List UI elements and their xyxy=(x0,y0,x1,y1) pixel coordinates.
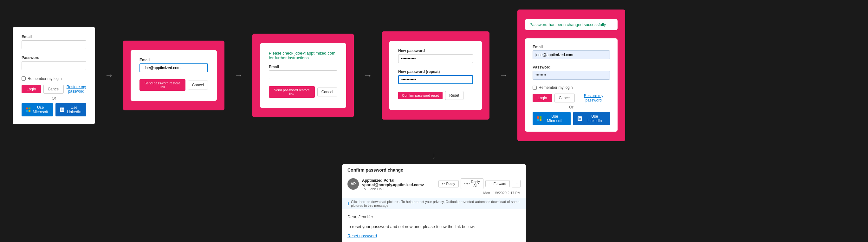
step2-panel: Email Send password restore link Cancel xyxy=(123,40,224,110)
step1-password-input[interactable] xyxy=(22,61,86,70)
step5-restore-link[interactable]: Restore my password xyxy=(577,94,610,102)
step4-repeat-password-input[interactable] xyxy=(398,75,473,84)
step3-send-button[interactable]: Send password restore link xyxy=(269,86,315,98)
step5-login-button[interactable]: Login xyxy=(533,94,552,102)
step3-email-input[interactable] xyxy=(269,70,337,79)
avatar: AP xyxy=(347,178,359,190)
bottom-section: ↓ Confirm password change AP Apptimized … xyxy=(0,151,868,242)
step2-email-input[interactable] xyxy=(140,63,208,72)
arrow-2: → xyxy=(224,70,252,81)
step5-password-label: Password xyxy=(533,65,610,69)
step1-microsoft-button[interactable]: Use Microsoft xyxy=(22,103,53,116)
step5-panel: Password has been changed successfully E… xyxy=(517,9,625,141)
top-flow-row: Email Password Remember my login Login C… xyxy=(0,0,868,151)
arrow-4: → xyxy=(490,70,517,81)
email-subject: Confirm password change xyxy=(342,164,526,175)
step5-login-card: Email Password Remember my login Login C… xyxy=(525,38,618,132)
reply-all-button[interactable]: ↩↩ Reply All xyxy=(461,178,484,189)
step4-card: New password New password (repeat) Confi… xyxy=(389,41,482,110)
email-meta: AP Apptimized Portal <portal@noreply.app… xyxy=(347,178,438,191)
reply-button[interactable]: ↩ Reply xyxy=(438,180,458,187)
email-body: Dear, Jennifer to reset your password an… xyxy=(342,209,526,242)
step4-repeat-password-label: New password (repeat) xyxy=(398,69,473,74)
step2-cancel-button[interactable]: Cancel xyxy=(188,81,208,89)
email-date: Mon 11/9/2020 2:17 PM xyxy=(484,191,521,195)
step1-password-label: Password xyxy=(22,56,86,60)
linkedin-icon-2: in xyxy=(578,116,582,121)
step1-or-divider: Or xyxy=(22,96,86,100)
more-actions-button[interactable]: ··· xyxy=(512,180,521,187)
email-warning: ℹ Click here to download pictures. To he… xyxy=(342,198,526,209)
step1-login-card: Email Password Remember my login Login C… xyxy=(13,27,95,124)
step3-cancel-button[interactable]: Cancel xyxy=(317,88,337,96)
step3-panel: Please check jdoe@apptimized.com for fur… xyxy=(252,34,354,117)
step5-cancel-button[interactable]: Cancel xyxy=(555,94,575,102)
step1-login-button[interactable]: Login xyxy=(22,85,41,93)
forward-button[interactable]: → Forward xyxy=(485,180,510,187)
step1-email-label: Email xyxy=(22,35,86,39)
email-card: Confirm password change AP Apptimized Po… xyxy=(342,164,526,242)
email-to-name: John Dou xyxy=(369,187,383,191)
step5-or-divider: Or xyxy=(533,105,610,110)
step2-email-label: Email xyxy=(140,58,208,62)
step5-email-label: Email xyxy=(533,45,610,49)
step5-remember-label: Remember my login xyxy=(538,85,572,90)
step2-card: Email Send password restore link Cancel xyxy=(131,50,217,101)
step1-email-input[interactable] xyxy=(22,40,86,49)
step5-email-input[interactable] xyxy=(533,51,610,59)
email-to: To John Dou xyxy=(362,187,438,191)
step5-success-banner: Password has been changed successfully xyxy=(525,19,618,30)
step5-microsoft-button[interactable]: Use Microsoft xyxy=(533,112,570,125)
step3-email-label: Email xyxy=(269,65,337,69)
step1-remember-checkbox[interactable] xyxy=(22,77,26,81)
email-sender-info: Apptimized Portal <portal@noreply.apptim… xyxy=(362,178,438,191)
step5-linkedin-button[interactable]: in Use LinkedIn xyxy=(573,112,610,125)
email-from: Apptimized Portal <portal@noreply.apptim… xyxy=(362,178,438,187)
email-actions: ↩ Reply ↩↩ Reply All → Forward ··· xyxy=(438,178,521,189)
step4-new-password-label: New password xyxy=(398,49,473,53)
forward-icon: → xyxy=(489,182,492,185)
step2-send-button[interactable]: Send password restore link xyxy=(140,79,185,91)
microsoft-icon xyxy=(26,108,30,112)
step5-password-input[interactable] xyxy=(533,71,610,80)
reply-all-icon: ↩↩ xyxy=(464,182,470,186)
down-arrow: ↓ xyxy=(432,151,436,161)
email-header: AP Apptimized Portal <portal@noreply.app… xyxy=(342,175,526,198)
step1-cancel-button[interactable]: Cancel xyxy=(43,85,63,94)
step4-confirm-button[interactable]: Confirm password reset xyxy=(398,92,442,99)
step4-new-password-input[interactable] xyxy=(398,54,473,63)
step1-remember-label: Remember my login xyxy=(28,77,62,81)
arrow-1: → xyxy=(95,70,123,81)
step3-success-note: Please check jdoe@apptimized.com for fur… xyxy=(269,51,337,60)
arrow-3: → xyxy=(354,70,382,81)
step1-restore-link[interactable]: Restore my password xyxy=(66,85,86,94)
email-greeting: Dear, Jennifer xyxy=(347,214,521,220)
email-body-text: to reset your password and set new one, … xyxy=(347,223,521,230)
step1-linkedin-button[interactable]: in Use LinkedIn xyxy=(56,103,86,116)
step5-remember-checkbox[interactable] xyxy=(533,86,537,90)
step3-card: Please check jdoe@apptimized.com for fur… xyxy=(260,43,346,108)
step4-reset-button[interactable]: Reset xyxy=(445,91,463,100)
linkedin-icon: in xyxy=(60,108,64,112)
step4-panel: New password New password (repeat) Confi… xyxy=(382,31,490,120)
reset-link[interactable]: Reset password xyxy=(347,234,377,238)
reply-icon: ↩ xyxy=(442,182,445,186)
microsoft-icon-2 xyxy=(537,116,541,121)
info-icon: ℹ xyxy=(347,202,349,206)
